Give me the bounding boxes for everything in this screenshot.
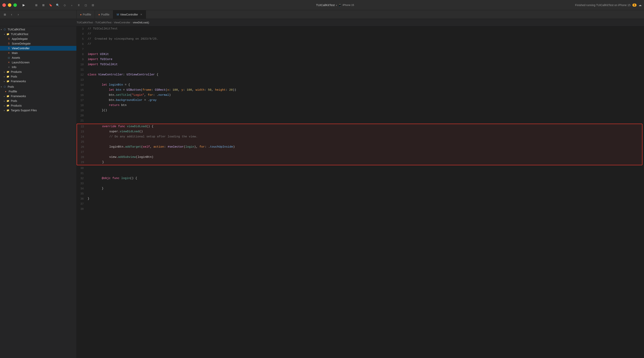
line-number: 12 (76, 72, 87, 77)
bookmark-icon[interactable]: 🔖 (48, 3, 53, 7)
line-content: import TUICallKit (87, 62, 644, 67)
sidebar-item-appdelegate[interactable]: S AppDelegate (0, 36, 76, 41)
tab-close[interactable]: ✕ (140, 13, 142, 16)
pods-group-icon: ⬡ (3, 85, 6, 88)
sidebar-item-scenedelegate[interactable]: S SceneDelegate (0, 41, 76, 46)
line-content: // (87, 42, 644, 47)
sidebar-item-products1[interactable]: 📁 Products (0, 69, 76, 74)
tab-label-podfile1: Podfile (83, 13, 91, 16)
cloud-icon[interactable]: ☁ (638, 3, 642, 7)
grid-view-button[interactable]: ⊞ (2, 11, 8, 17)
warning-badge[interactable]: 1 (632, 3, 636, 7)
sidebar-label-pods1: Pods (11, 75, 17, 78)
line-number: 9 (76, 57, 87, 62)
line-content: // TUICallKitTest (87, 26, 644, 31)
sidebar-item-assets[interactable]: ◻ Assets (0, 55, 76, 60)
code-line: 4// (76, 31, 644, 36)
zoom-button[interactable] (13, 3, 17, 7)
close-button[interactable] (2, 3, 6, 7)
line-number: 16 (76, 93, 87, 98)
code-line: 30 (76, 166, 644, 171)
sidebar-item-frameworks-pods[interactable]: 📁 Frameworks (0, 94, 76, 98)
sidebar-label-frameworks1: Frameworks (11, 80, 26, 83)
chevron-icon (1, 28, 2, 31)
minimize-button[interactable] (8, 3, 12, 7)
code-container: 3// TUICallKitTest4//5// Created by vinc… (76, 26, 644, 212)
breadcrumb-2[interactable]: ViewController (114, 21, 130, 24)
line-content: } (87, 186, 644, 191)
line-content: @objc func login() { (87, 176, 644, 181)
sidebar-item-podfile[interactable]: ♦ Podfile (0, 89, 76, 94)
breadcrumb-1[interactable]: TUICallKitTest (95, 21, 112, 24)
line-number: 14 (76, 82, 87, 87)
sidebar-item-launchscreen[interactable]: ✕ LaunchScreen (0, 60, 76, 65)
comment-icon[interactable]: ◻ (84, 3, 88, 7)
line-number: 32 (76, 176, 87, 181)
stop-icon[interactable]: ⊠ (41, 3, 46, 7)
line-content: class ViewController: UIViewController { (87, 72, 644, 77)
status-text: Finished running TUICallKitTest on iPhon… (575, 3, 630, 7)
chevron-icon-ts (4, 109, 5, 111)
line-content: loginBtn.addTarget(self, action: #select… (87, 144, 642, 150)
folder-icon[interactable]: ⊞ (34, 3, 38, 7)
sidebar-item-pods1[interactable]: 📁 Pods (0, 74, 76, 79)
breadcrumb-0[interactable]: TUICallKitTest (76, 21, 93, 24)
tab-label-vc: ViewController (120, 13, 138, 16)
code-line: 7 (76, 47, 644, 52)
sidebar-item-pods-root[interactable]: ⬡ Pods (0, 84, 76, 89)
line-number: 5 (76, 36, 87, 42)
swift-file-icon3: S (7, 46, 10, 50)
sidebar-item-root[interactable]: ⬡ TUICallKitTest (0, 27, 76, 32)
tab-viewcontroller[interactable]: M ViewController ✕ (113, 10, 146, 19)
line-number: 25 (77, 139, 87, 144)
search-icon[interactable]: 🔍 (56, 3, 60, 7)
code-line: 29 } (77, 160, 642, 165)
forward-button[interactable]: › (15, 11, 21, 17)
tab-podfile1[interactable]: ♦ Podfile (76, 10, 95, 19)
run-button[interactable]: ▶ (21, 2, 27, 8)
code-editor[interactable]: 3// TUICallKitTest4//5// Created by vinc… (76, 26, 644, 358)
code-line: 5// Created by vincepzhang on 2023/9/25. (76, 36, 644, 42)
sep-0: › (94, 21, 94, 24)
chevron-icon (4, 33, 5, 35)
line-number: 20 (76, 113, 87, 118)
code-line: 27 (77, 150, 642, 155)
sidebar-item-targets-support[interactable]: 📁 Targets Support Files (0, 108, 76, 113)
sidebar-label-targets-support: Targets Support Files (11, 109, 37, 112)
code-line: 26 loginBtn.addTarget(self, action: #sel… (77, 144, 642, 150)
grid-icon[interactable]: ⊟ (91, 3, 95, 7)
line-content: btn.backgroundColor = .gray (87, 98, 644, 103)
code-line: 15 let btn = UIButton(frame: CGRect(x: 1… (76, 87, 644, 93)
back-button[interactable]: ‹ (9, 11, 14, 17)
line-content: super.viewDidLoad() (87, 129, 642, 134)
clock-icon[interactable]: ⧖ (76, 3, 81, 7)
sidebar-item-pods-pods[interactable]: 📁 Pods (0, 98, 76, 103)
sidebar-label-viewcontroller: ViewController (12, 47, 30, 50)
sidebar-label-root: TUICallKitTest (8, 28, 25, 31)
code-line: 22 override func viewDidLoad() { (77, 124, 642, 129)
iphone-icon: 📱 (338, 3, 342, 7)
line-content: view.addSubview(loginBtn) (87, 155, 642, 160)
sidebar-item-info[interactable]: ≡ Info (0, 65, 76, 69)
folder-icon-pp: 📁 (6, 99, 10, 103)
sidebar-label-launchscreen: LaunchScreen (12, 61, 30, 64)
breadcrumb-3[interactable]: viewDidLoad() (133, 21, 149, 24)
line-content: let loginBtn = { (87, 82, 644, 87)
sidebar-item-products-pods[interactable]: 📁 Products (0, 103, 76, 108)
line-number: 36 (76, 196, 87, 201)
sidebar-item-main[interactable]: ✕ Main (0, 51, 76, 55)
line-content: } (87, 196, 644, 201)
tag-icon[interactable]: ⬦ (70, 3, 74, 7)
line-number: 23 (77, 129, 87, 134)
sidebar-item-project[interactable]: 📁 TUICallKitTest (0, 32, 76, 36)
line-number: 37 (76, 201, 87, 206)
code-line: 13 (76, 77, 644, 82)
tab-podfile2[interactable]: ♦ Podfile (95, 10, 113, 19)
folder-icon-pods1: 📁 (6, 75, 10, 78)
sidebar-item-viewcontroller[interactable]: S ViewController (0, 46, 76, 51)
sidebar-label-main: Main (12, 51, 18, 54)
line-content: override func viewDidLoad() { (87, 124, 642, 129)
chevron-icon-prodp (4, 105, 5, 107)
sidebar-item-frameworks1[interactable]: 📁 Frameworks (0, 79, 76, 84)
diamond-icon[interactable]: ◇ (62, 3, 67, 7)
